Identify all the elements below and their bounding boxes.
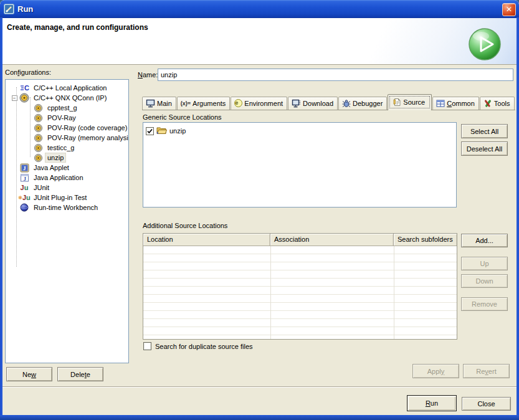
column-header-location[interactable]: Location <box>143 234 270 246</box>
configurations-tree[interactable]: C C/C++ Local Application − C/C++ QNX QC… <box>5 79 129 363</box>
svg-text:J: J <box>23 165 26 171</box>
tab-source[interactable]: Source <box>388 94 432 110</box>
checked-checkbox-icon[interactable] <box>146 127 154 135</box>
qnx-config-icon <box>33 133 43 143</box>
delete-button[interactable]: Delete <box>57 367 103 381</box>
svg-text:C: C <box>24 84 29 92</box>
tree-item-testicc-g[interactable]: testicc_g <box>6 143 128 153</box>
qnx-config-icon <box>33 153 43 163</box>
tree-item-pov-ray-memory-analysis[interactable]: POV-Ray (memory analysis) <box>6 133 128 143</box>
revert-button[interactable]: Revert <box>463 364 510 378</box>
tab-main[interactable]: Main <box>142 97 176 110</box>
column-divider <box>394 246 394 339</box>
tree-item-junit[interactable]: Ju JUnit <box>6 183 128 193</box>
collapse-expander-icon[interactable]: − <box>12 95 17 101</box>
additional-source-locations-label: Additional Source Locations <box>143 222 227 229</box>
run-button[interactable]: Run <box>407 395 457 411</box>
tab-strip: Main (x)= Arguments e Environment Downlo… <box>142 94 515 110</box>
qnx-config-icon <box>33 113 43 123</box>
close-window-button[interactable]: ✕ <box>502 3 516 16</box>
run-dialog: Run ✕ Create, manage, and run configurat… <box>0 0 519 420</box>
run-dialog-icon <box>4 4 14 14</box>
window-border-bottom <box>0 415 519 420</box>
environment-icon: e <box>234 99 242 107</box>
arguments-icon: (x)= <box>181 100 191 107</box>
tree-item-cpp-qnx-qconn[interactable]: − C/C++ QNX QConn (IP) <box>6 93 128 103</box>
tree-item-pov-ray-code-coverage[interactable]: POV-Ray (code coverage) <box>6 123 128 133</box>
main-monitor-icon <box>146 99 155 108</box>
qnx-config-icon <box>33 143 43 153</box>
java-application-icon: J <box>19 173 29 183</box>
add-button[interactable]: Add... <box>461 234 508 247</box>
tree-item-cpp-local-application[interactable]: C C/C++ Local Application <box>6 83 128 93</box>
generic-source-locations-label: Generic Source Locations <box>143 113 222 121</box>
table-header-row: Location Association Search subfolders <box>143 234 457 246</box>
tab-download[interactable]: Download <box>288 97 338 110</box>
tab-common[interactable]: Common <box>432 97 479 110</box>
tree-item-java-applet[interactable]: J Java Applet <box>6 163 128 173</box>
tree-item-junit-plugin-test[interactable]: ❋Ju JUnit Plug-in Test <box>6 193 128 203</box>
button-bar-separator <box>2 386 517 388</box>
tools-icon <box>483 99 492 108</box>
window-border-left <box>0 17 2 420</box>
open-folder-icon <box>156 126 167 136</box>
tree-item-java-application[interactable]: J Java Application <box>6 173 128 183</box>
junit-icon: Ju <box>19 183 29 193</box>
up-button[interactable]: Up <box>461 257 508 270</box>
tree-item-unzip[interactable]: unzip <box>6 153 128 163</box>
search-duplicates-label: Search for duplicate source files <box>155 343 253 350</box>
generic-source-item-unzip[interactable]: unzip <box>146 126 454 136</box>
generic-source-locations-list[interactable]: unzip <box>143 122 457 208</box>
qnx-config-type-icon <box>19 93 29 103</box>
qnx-config-icon <box>33 103 43 113</box>
tree-item-cpptest-g[interactable]: cpptest_g <box>6 103 128 113</box>
junit-plugin-icon: ❋Ju <box>19 193 29 203</box>
close-button[interactable]: Close <box>462 397 511 411</box>
c-cpp-local-app-icon: C <box>19 83 29 93</box>
workbench-sphere-icon <box>19 203 29 212</box>
qnx-config-icon <box>33 123 43 133</box>
name-label: Name: <box>138 71 158 79</box>
download-icon <box>292 99 301 108</box>
search-duplicates-row[interactable]: Search for duplicate source files <box>143 342 253 350</box>
tab-arguments[interactable]: (x)= Arguments <box>177 97 230 110</box>
dialog-description: Create, manage, and run configurations <box>7 23 148 32</box>
common-table-icon <box>436 100 445 107</box>
select-all-button[interactable]: Select All <box>461 124 508 138</box>
remove-button[interactable]: Remove <box>461 297 508 311</box>
apply-button[interactable]: Apply <box>412 364 459 378</box>
column-header-search-subfolders[interactable]: Search subfolders <box>394 234 457 246</box>
debugger-bug-icon <box>342 99 351 108</box>
svg-text:J: J <box>23 176 26 182</box>
tab-environment[interactable]: e Environment <box>231 97 287 110</box>
deselect-all-button[interactable]: Deselect All <box>461 141 508 156</box>
tab-debugger[interactable]: Debugger <box>338 97 387 110</box>
titlebar[interactable]: Run ✕ <box>0 0 519 18</box>
tab-tools[interactable]: Tools <box>480 97 515 110</box>
close-icon: ✕ <box>506 5 512 14</box>
tree-item-runtime-workbench[interactable]: Run-time Workbench <box>6 203 128 212</box>
name-input[interactable] <box>158 69 513 81</box>
tree-item-pov-ray[interactable]: POV-Ray <box>6 113 128 123</box>
column-header-association[interactable]: Association <box>270 234 394 246</box>
additional-source-locations-table[interactable]: Location Association Search subfolders <box>143 233 457 340</box>
run-banner-icon <box>468 27 502 61</box>
down-button[interactable]: Down <box>461 274 508 288</box>
column-divider <box>270 246 271 339</box>
new-button[interactable]: New <box>6 367 52 381</box>
configurations-label: Configurations: <box>5 69 51 76</box>
table-body-empty <box>143 246 457 339</box>
java-applet-icon: J <box>19 163 29 173</box>
dialog-header: Create, manage, and run configurations <box>2 18 517 65</box>
window-border-right <box>517 17 519 420</box>
window-title: Run <box>17 4 33 14</box>
unchecked-checkbox-icon[interactable] <box>143 342 151 350</box>
source-file-icon <box>393 98 401 107</box>
